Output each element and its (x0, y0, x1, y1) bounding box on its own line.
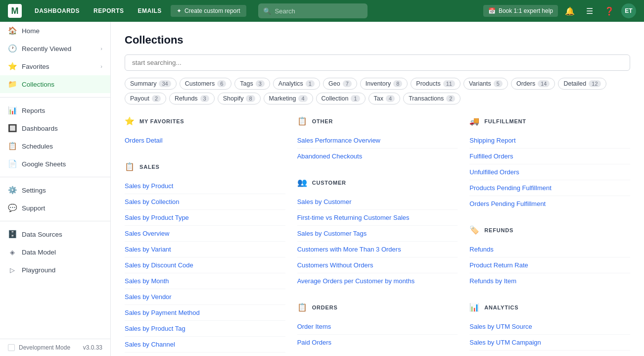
sidebar-item-support[interactable]: 💬 Support (0, 199, 110, 217)
section-title-analytics: ANALYTICS (484, 305, 518, 310)
collection-link[interactable]: Unfulfilled Orders (469, 164, 630, 180)
sidebar-item-settings[interactable]: ⚙️ Settings (0, 181, 110, 199)
filter-tab-badge: 2 (446, 95, 455, 102)
sidebar-item-favorites[interactable]: ⭐ Favorites › (0, 57, 110, 75)
collection-link[interactable]: Sales Overview (125, 226, 285, 241)
data-sources-icon: 🗄️ (8, 230, 17, 239)
collection-link[interactable]: Sales by Customer Tags (297, 226, 458, 241)
nav-dashboards[interactable]: DASHBOARDS (30, 4, 85, 17)
collection-link[interactable]: Fulfilled Orders (469, 149, 630, 164)
collection-link[interactable]: Refunds (469, 242, 630, 257)
nav-emails[interactable]: EMAILS (133, 4, 167, 17)
filter-tab-summary[interactable]: Summary34 (125, 78, 177, 90)
nav-reports[interactable]: REPORTS (89, 4, 129, 17)
help-button[interactable]: ❓ (601, 3, 617, 19)
sidebar-item-schedules[interactable]: 📋 Schedules (0, 137, 110, 155)
filter-tab-badge: 12 (589, 80, 600, 87)
create-custom-report-button[interactable]: ✦ Create custom report (171, 5, 246, 17)
list-item: Sales by Customer (297, 194, 458, 210)
collection-link[interactable]: First-time vs Returning Customer Sales (297, 210, 458, 225)
section-title-other: OTHER (312, 118, 333, 124)
dev-mode-checkbox[interactable] (8, 344, 15, 351)
sidebar: 🏠 Home 🕐 Recently Viewed › ⭐ Favorites ›… (0, 22, 111, 356)
collection-link[interactable]: Order Items (297, 319, 458, 334)
search-input[interactable] (275, 7, 363, 15)
filter-tab-refunds[interactable]: Refunds3 (169, 93, 215, 104)
collections-search-input[interactable] (125, 54, 630, 71)
collection-link[interactable]: Abandoned Checkouts (297, 149, 458, 164)
notifications-button[interactable]: 🔔 (562, 3, 578, 19)
collection-link[interactable]: Orders Pending Fulfillment (469, 196, 630, 211)
collection-link[interactable]: Sales by Collection (125, 194, 285, 209)
list-item: Sales Performance Overview (297, 133, 458, 149)
filter-tab-tax[interactable]: Tax4 (368, 93, 401, 104)
collection-link[interactable]: Orders Detail (125, 133, 285, 148)
collection-link[interactable]: Customers with More Than 3 Orders (297, 242, 458, 257)
sidebar-item-home[interactable]: 🏠 Home (0, 22, 110, 40)
collection-link[interactable]: Sales by Product Type (125, 210, 285, 225)
chevron-right-icon: › (100, 46, 102, 51)
sidebar-item-dashboards[interactable]: 🔲 Dashboards (0, 119, 110, 137)
collection-link[interactable]: Customers Without Orders (297, 257, 458, 273)
filter-tab-analytics[interactable]: Analytics1 (273, 78, 320, 90)
filter-tab-geo[interactable]: Geo7 (323, 78, 357, 90)
section-title-fulfillment: FULFILLMENT (484, 118, 526, 124)
collection-link[interactable]: Product Return Rate (469, 257, 630, 273)
collection-link[interactable]: Sales by UTM Medium (469, 351, 630, 356)
section-items-my-favorites: Orders Detail (125, 133, 285, 148)
section-header-sales: 📋SALES (125, 162, 285, 171)
list-item: Unfulfilled Orders (469, 164, 630, 180)
list-item: Sales by Collection (125, 194, 285, 210)
collection-link[interactable]: Sales by Channel (125, 337, 285, 352)
logo[interactable]: M (8, 4, 22, 18)
collection-link[interactable]: Sales by Vendor (125, 289, 285, 305)
dev-mode-bar: Development Mode v3.0.33 (0, 339, 110, 356)
filter-tab-transactions[interactable]: Transactions2 (403, 93, 460, 104)
filter-tab-collection[interactable]: Collection1 (316, 93, 366, 104)
collections-grid: ⭐MY FAVORITESOrders Detail📋SALESSales by… (125, 116, 630, 356)
filter-tab-detailed[interactable]: Detailed12 (558, 78, 606, 90)
filter-tab-badge: 8 (393, 80, 402, 87)
collection-link[interactable]: Refunds by Item (469, 273, 630, 289)
section-analytics: 📊ANALYTICSSales by UTM SourceSales by UT… (469, 303, 630, 356)
filter-tab-shopify[interactable]: Shopify8 (218, 93, 261, 104)
collection-link[interactable]: Sales by UTM Campaign (469, 335, 630, 350)
filter-tab-variants[interactable]: Variants5 (463, 78, 508, 90)
collection-link[interactable]: Shipping Report (469, 133, 630, 148)
collection-link[interactable]: Sales by Product (125, 178, 285, 194)
collection-link[interactable]: Paid Orders (297, 335, 458, 350)
filter-tab-label: Tax (374, 95, 383, 102)
refunds-icon: 🏷️ (469, 225, 479, 235)
messages-button[interactable]: ☰ (582, 3, 598, 19)
collection-link[interactable]: Sales by Variant (125, 242, 285, 257)
user-avatar[interactable]: ET (621, 3, 636, 18)
search-bar[interactable]: 🔍 (258, 3, 368, 18)
collection-link[interactable]: Sales by UTM Source (469, 319, 630, 334)
filter-tab-label: Refunds (175, 95, 198, 102)
filter-tab-tags[interactable]: Tags3 (234, 78, 270, 90)
collection-link[interactable]: Sales Performance Overview (297, 133, 458, 148)
sidebar-item-playground[interactable]: ▷ Playground (0, 261, 110, 279)
collection-link[interactable]: Sales by Discount Code (125, 257, 285, 273)
collection-link[interactable]: Sales by Order Tags (125, 353, 285, 356)
filter-tab-inventory[interactable]: Inventory8 (360, 78, 408, 90)
sidebar-item-data-model[interactable]: ◈ Data Model (0, 243, 110, 261)
filter-tab-payout[interactable]: Payout2 (125, 93, 166, 104)
filter-tab-customers[interactable]: Customers6 (180, 78, 232, 90)
sidebar-item-data-sources[interactable]: 🗄️ Data Sources (0, 225, 110, 243)
list-item: Sales by Vendor (125, 289, 285, 305)
collection-link[interactable]: Sales by Customer (297, 194, 458, 209)
collection-link[interactable]: Sales by Month (125, 273, 285, 289)
filter-tab-products[interactable]: Products11 (411, 78, 460, 90)
sidebar-item-google-sheets[interactable]: 📄 Google Sheets (0, 155, 110, 173)
collection-link[interactable]: Sales by Product Tag (125, 321, 285, 336)
filter-tab-orders[interactable]: Orders14 (511, 78, 555, 90)
sidebar-item-recently-viewed[interactable]: 🕐 Recently Viewed › (0, 40, 110, 57)
collection-link[interactable]: Average Orders per Customer by months (297, 273, 458, 289)
sidebar-item-collections[interactable]: 📁 Collections (0, 75, 110, 93)
book-expert-button[interactable]: 📅 Book 1:1 expert help (483, 5, 558, 17)
sidebar-item-reports[interactable]: 📊 Reports (0, 102, 110, 119)
collection-link[interactable]: Sales by Payment Method (125, 305, 285, 320)
filter-tab-marketing[interactable]: Marketing4 (264, 93, 313, 104)
collection-link[interactable]: Products Pending Fulfillment (469, 180, 630, 196)
